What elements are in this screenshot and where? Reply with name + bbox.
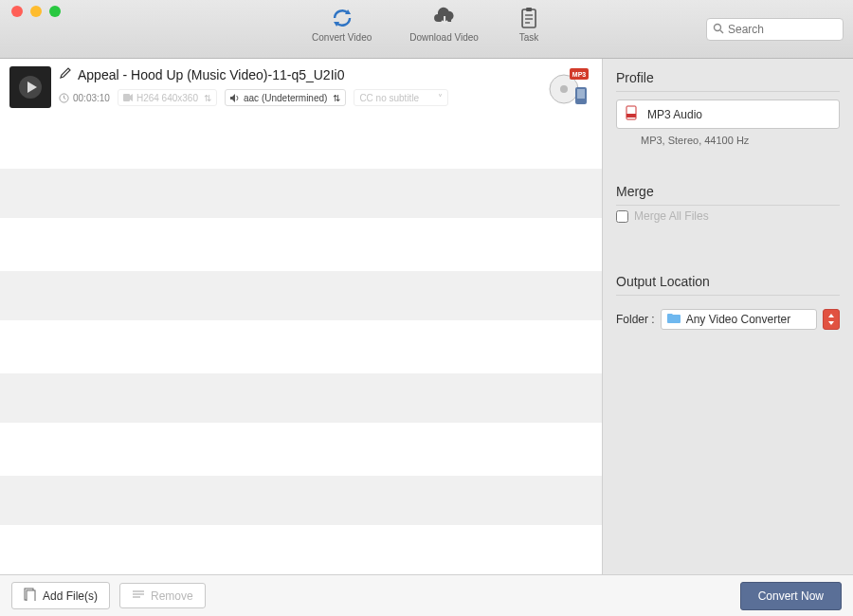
search-field[interactable] (706, 18, 844, 41)
merge-heading: Merge (616, 184, 840, 206)
tab-convert-video[interactable]: Convert Video (312, 6, 372, 43)
folder-label: Folder : (616, 313, 655, 326)
chevron-updown-icon (827, 314, 835, 325)
edit-icon[interactable] (59, 66, 72, 83)
cloud-download-icon (432, 6, 457, 30)
toolbar-tabs: Convert Video Download Video Task (312, 6, 541, 43)
svg-rect-10 (123, 94, 130, 101)
folder-icon (667, 313, 681, 326)
video-icon (123, 94, 133, 101)
chevron-down-icon: ˅ (438, 93, 443, 103)
clipboard-icon (517, 6, 541, 30)
profile-description: MP3, Stereo, 44100 Hz (616, 129, 840, 148)
svg-marker-21 (828, 321, 834, 325)
chevron-updown-icon: ⇅ (204, 93, 211, 103)
mp3-file-icon (625, 105, 640, 123)
output-folder-field[interactable]: Any Video Converter (661, 309, 817, 330)
search-input[interactable] (728, 23, 837, 36)
svg-point-5 (715, 24, 721, 30)
footer-bar: Add File(s) Remove Convert Now (0, 574, 853, 616)
refresh-icon (330, 6, 354, 30)
video-title: Appeal - Hood Up (Music Video)-11-q5_U2I… (78, 67, 344, 82)
convert-now-button[interactable]: Convert Now (740, 582, 842, 610)
tab-task[interactable]: Task (517, 6, 541, 43)
profile-value: MP3 Audio (647, 108, 702, 121)
svg-rect-19 (626, 114, 636, 118)
output-folder-value: Any Video Converter (686, 313, 791, 326)
output-format-badge[interactable]: MP3 (547, 66, 592, 108)
svg-marker-20 (828, 314, 834, 317)
svg-marker-12 (230, 94, 235, 102)
toolbar: Convert Video Download Video Task (0, 0, 853, 59)
tab-label: Convert Video (312, 32, 372, 43)
svg-line-6 (720, 30, 723, 33)
tab-download-video[interactable]: Download Video (409, 6, 479, 43)
svg-rect-23 (27, 590, 35, 601)
convert-now-label: Convert Now (758, 589, 824, 603)
video-duration: 00:03:10 (59, 93, 110, 103)
empty-list-area (0, 116, 602, 574)
search-icon (713, 21, 724, 38)
merge-section: Merge Merge All Files (616, 184, 840, 223)
minimize-window-button[interactable] (30, 6, 42, 17)
speaker-icon (230, 94, 240, 102)
clock-icon (59, 93, 69, 103)
add-files-label: Add File(s) (43, 589, 98, 603)
remove-button[interactable]: Remove (119, 583, 206, 608)
settings-sidebar: Profile MP3 Audio MP3, Stereo, 44100 Hz … (602, 59, 853, 574)
tab-label: Download Video (409, 32, 479, 43)
tab-label: Task (519, 32, 539, 43)
close-window-button[interactable] (11, 6, 23, 17)
add-files-button[interactable]: Add File(s) (11, 582, 110, 609)
main-area: Appeal - Hood Up (Music Video)-11-q5_U2I… (0, 59, 853, 574)
output-heading: Output Location (616, 274, 840, 296)
profile-section: Profile MP3 Audio MP3, Stereo, 44100 Hz (616, 70, 840, 148)
svg-rect-17 (577, 89, 585, 99)
video-item-body: Appeal - Hood Up (Music Video)-11-q5_U2I… (59, 66, 532, 106)
window-controls (11, 6, 61, 17)
video-codec-selector[interactable]: H264 640x360 ⇅ (118, 89, 217, 106)
merge-all-label: Merge All Files (634, 209, 709, 223)
file-list-panel: Appeal - Hood Up (Music Video)-11-q5_U2I… (0, 59, 602, 574)
profile-selector[interactable]: MP3 Audio (616, 100, 840, 129)
subtitle-selector[interactable]: CC no subtitle ˅ (354, 89, 448, 106)
add-file-icon (24, 588, 37, 604)
audio-track-selector[interactable]: aac (Undetermined) ⇅ (225, 89, 346, 106)
video-thumbnail[interactable] (9, 66, 51, 108)
svg-point-14 (560, 85, 568, 93)
chevron-updown-icon: ⇅ (333, 93, 340, 103)
remove-icon (132, 589, 145, 603)
format-badge-text: MP3 (572, 71, 587, 78)
video-item-row[interactable]: Appeal - Hood Up (Music Video)-11-q5_U2I… (0, 59, 602, 116)
merge-all-checkbox[interactable] (616, 210, 628, 223)
profile-heading: Profile (616, 70, 840, 92)
output-folder-browse-button[interactable] (823, 309, 840, 330)
zoom-window-button[interactable] (49, 6, 61, 17)
svg-rect-1 (526, 8, 532, 11)
remove-label: Remove (151, 589, 193, 603)
svg-marker-11 (130, 94, 133, 101)
output-section: Output Location Folder : Any Video Conve… (616, 274, 840, 330)
